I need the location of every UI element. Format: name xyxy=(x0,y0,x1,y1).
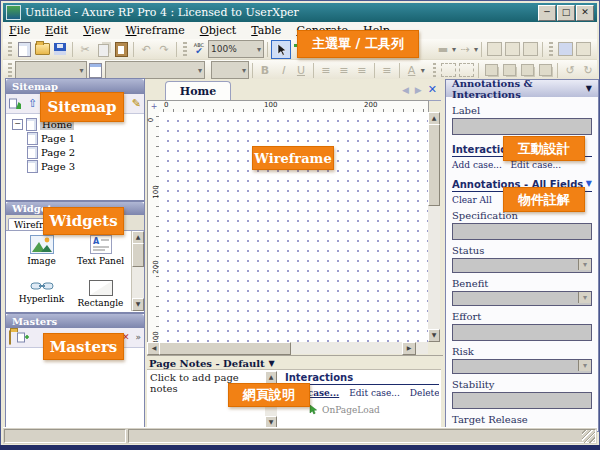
masters-list[interactable] xyxy=(6,348,144,430)
send-back-icon[interactable] xyxy=(500,62,518,79)
collapse-icon[interactable]: − xyxy=(12,119,23,130)
page-notes-header[interactable]: Page Notes - Default ▼ xyxy=(147,355,443,370)
tree-item-page1[interactable]: Page 1 xyxy=(12,131,144,145)
ungroup-icon[interactable] xyxy=(457,62,475,79)
scroll-thumb[interactable] xyxy=(428,124,440,206)
copy-icon[interactable] xyxy=(94,41,112,58)
maximize-button[interactable]: □ xyxy=(557,5,575,21)
arrow-style-icon[interactable]: ⇢ xyxy=(456,41,474,58)
widget-rectangle[interactable]: Rectangle xyxy=(71,280,130,308)
tab-home[interactable]: Home xyxy=(165,81,231,101)
specification-input[interactable] xyxy=(452,223,592,240)
align-right-icon[interactable]: ≡ xyxy=(353,62,371,79)
minimize-button[interactable]: ─ xyxy=(538,5,556,21)
menu-wireframe[interactable]: Wireframe xyxy=(125,24,184,37)
annotation-toolbar: 主選單 / 工具列 xyxy=(297,30,419,58)
font-select[interactable]: ▾ xyxy=(105,61,205,79)
ruler-tick-label: 200 xyxy=(364,101,377,109)
toolbar-grip xyxy=(549,42,553,56)
chevron-down-icon[interactable]: ▼ xyxy=(586,84,592,93)
menu-object[interactable]: Object xyxy=(200,24,237,37)
align-left-icon[interactable]: ≡ xyxy=(317,62,335,79)
svg-text:A: A xyxy=(93,237,100,246)
table-delete-icon[interactable] xyxy=(574,41,592,58)
title-bar: Untitled - Axure RP Pro 4 : Licensed to … xyxy=(3,3,597,22)
bullet-list-icon[interactable]: ≡ xyxy=(378,62,396,79)
add-page-icon[interactable] xyxy=(9,98,22,110)
tree-item-page3[interactable]: Page 3 xyxy=(12,159,144,173)
new-icon[interactable] xyxy=(15,41,33,58)
risk-select[interactable] xyxy=(452,359,592,374)
window-bottom-border xyxy=(0,445,600,450)
scroll-down-icon[interactable]: ▼ xyxy=(428,329,440,342)
style-select[interactable]: ▾ xyxy=(15,61,87,79)
cut-icon[interactable]: ✂ xyxy=(76,41,94,58)
toolbar-overflow-icon[interactable]: » xyxy=(135,332,141,343)
group-icon[interactable] xyxy=(439,62,457,79)
bold-icon[interactable]: B xyxy=(256,62,274,79)
delete-case-link[interactable]: Delete case... xyxy=(410,388,439,398)
align-center-icon[interactable]: ≡ xyxy=(335,62,353,79)
widget-hyperlink[interactable]: Hyperlink xyxy=(12,280,71,308)
font-size-select[interactable]: ▾ xyxy=(211,61,249,79)
zoom-select[interactable]: 100% ▾ xyxy=(208,40,264,58)
line-style-icon[interactable]: ▬ xyxy=(434,41,452,58)
paste-icon[interactable] xyxy=(112,41,130,58)
status-cell xyxy=(128,429,596,443)
label-input[interactable] xyxy=(452,118,592,135)
tree-item-page2[interactable]: Page 2 xyxy=(12,145,144,159)
chevron-down-icon[interactable]: ▼ xyxy=(586,179,592,190)
underline-icon[interactable]: U xyxy=(292,62,310,79)
save-icon[interactable] xyxy=(51,41,69,58)
edit-page-icon[interactable]: ✎ xyxy=(132,98,141,109)
align-bottom-icon[interactable] xyxy=(521,41,539,58)
benefit-select[interactable] xyxy=(452,291,592,306)
menu-table[interactable]: Table xyxy=(251,24,281,37)
font-color-icon[interactable]: A xyxy=(403,62,421,79)
align-middle-icon[interactable] xyxy=(503,41,521,58)
scroll-right-icon[interactable]: ▶ xyxy=(402,342,416,355)
bring-front-icon[interactable] xyxy=(482,62,500,79)
send-backward-icon[interactable] xyxy=(536,62,554,79)
add-case-link[interactable]: Add case... Edit case... xyxy=(452,160,592,170)
onpageload-event[interactable]: OnPageLoad xyxy=(307,404,439,415)
edit-case-link[interactable]: Edit case... xyxy=(510,160,561,170)
stability-input[interactable] xyxy=(452,392,592,409)
rotate-left-icon[interactable]: ↺ xyxy=(561,62,579,79)
scroll-thumb[interactable] xyxy=(132,243,144,267)
annotations-interactions-panel: Annotations & Interactions ▼ Label Inter… xyxy=(445,79,599,432)
tab-forward-icon[interactable]: ▶ xyxy=(415,85,422,95)
table-insert-icon[interactable] xyxy=(556,41,574,58)
canvas-vertical-scrollbar[interactable]: ▲ ▼ xyxy=(428,112,440,342)
pointer-tool-icon[interactable] xyxy=(271,40,291,59)
menu-edit[interactable]: Edit xyxy=(45,24,68,37)
canvas-horizontal-scrollbar[interactable]: ◀ ▶ xyxy=(147,342,428,354)
tab-close-icon[interactable]: ✕ xyxy=(428,83,437,96)
resize-grip[interactable] xyxy=(582,430,595,443)
align-top-icon[interactable] xyxy=(485,41,503,58)
annotation-interaction-design: 互動設計 xyxy=(503,136,585,161)
widget-image[interactable]: Image xyxy=(12,235,71,266)
menu-file[interactable]: File xyxy=(9,24,30,37)
open-master-icon[interactable] xyxy=(9,332,11,343)
bring-forward-icon[interactable] xyxy=(518,62,536,79)
rotate-right-icon[interactable]: ↻ xyxy=(579,62,597,79)
style-editor-icon[interactable] xyxy=(87,62,105,79)
status-select[interactable] xyxy=(452,258,592,273)
scroll-thumb[interactable] xyxy=(159,342,291,355)
redo-icon[interactable]: ↷ xyxy=(155,41,173,58)
edit-case-link[interactable]: Edit case... xyxy=(349,388,400,398)
italic-icon[interactable]: I xyxy=(274,62,292,79)
close-button[interactable]: ✕ xyxy=(576,5,594,21)
open-icon[interactable] xyxy=(33,41,51,58)
effort-input[interactable] xyxy=(452,324,592,341)
move-up-icon[interactable]: ⇧ xyxy=(28,98,37,109)
add-master-icon[interactable] xyxy=(17,332,30,344)
menu-view[interactable]: View xyxy=(83,24,110,37)
widgets-scrollbar[interactable]: ▲ ▼ xyxy=(131,231,144,311)
scroll-down-icon[interactable]: ▼ xyxy=(132,298,144,311)
spellcheck-icon[interactable]: ABC ✔ xyxy=(190,41,208,58)
undo-icon[interactable]: ↶ xyxy=(137,41,155,58)
tab-back-icon[interactable]: ◀ xyxy=(402,85,409,95)
widget-text-panel[interactable]: A Text Panel xyxy=(71,235,130,266)
